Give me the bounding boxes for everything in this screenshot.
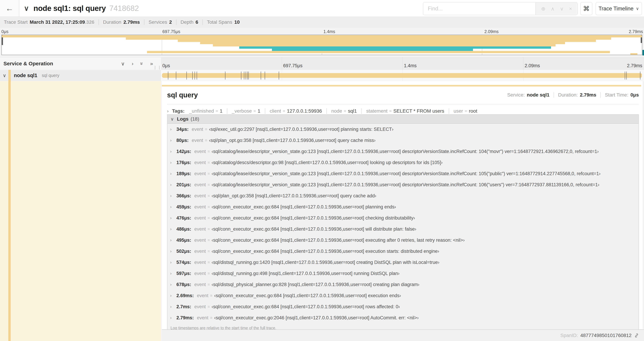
tags-accordion[interactable]: › Tags: _unfinished = 1 _verbose = 1 cli… (167, 107, 639, 115)
timeline-tick: 1.4ms (404, 63, 417, 69)
minimap-span-bar (178, 40, 596, 42)
equals-sign: = (344, 109, 346, 114)
clear-search-icon[interactable]: × (569, 6, 572, 12)
minimap-span-bar (213, 44, 555, 47)
summary-item: Duration 2.79ms (98, 20, 140, 25)
minimap-span-bar (200, 42, 565, 44)
spanid-label: SpanID: (560, 333, 578, 338)
tag-item: client = 127.0.0.1:59936 (265, 108, 322, 114)
trace-collapse-chevron-icon[interactable]: ∨ (24, 4, 29, 12)
detail-info-value: 0μs (630, 92, 639, 98)
equals-sign: = (208, 182, 210, 187)
log-field-value: ‹sql/plan_opt.go:358 [nsql1,client=127.0… (209, 138, 376, 143)
log-event-mark (241, 72, 241, 80)
equals-sign: = (208, 249, 210, 254)
log-entry[interactable]: › 2.7ms: event = ‹sql/conn_executor_exec… (168, 301, 638, 312)
log-field-key: event (192, 138, 203, 143)
span-detail-accent-bar (162, 85, 641, 87)
span-row-name-cell[interactable]: ∨ node sql1 sql query (0, 70, 161, 81)
scrollbar-thumb[interactable] (642, 50, 644, 56)
log-entry[interactable]: › 459μs: event = ‹sql/conn_executor_exec… (168, 201, 638, 212)
find-input[interactable] (423, 3, 536, 15)
detail-info-value: node sql1 (527, 92, 550, 98)
minimap-tick: 0μs (2, 29, 8, 34)
log-timestamp: 176μs: (176, 160, 191, 165)
back-button[interactable]: ← (0, 0, 20, 17)
log-event-mark (261, 72, 261, 80)
log-entry[interactable]: › 176μs: event = ‹sql/catalog/descs/desc… (168, 157, 638, 168)
equals-sign: = (205, 127, 207, 132)
log-entry[interactable]: › 476μs: event = ‹sql/conn_executor_exec… (168, 212, 638, 223)
trace-view-selector[interactable]: Trace Timeline ∨ (596, 2, 642, 15)
log-timestamp: 2.69ms: (176, 293, 194, 298)
collapse-one-icon[interactable]: ∨ (121, 61, 125, 67)
span-collapse-chevron-icon[interactable]: ∨ (3, 73, 9, 78)
log-event-mark (194, 72, 195, 80)
log-field-value: ‹sql/conn_executor_exec.go:684 [nsql1,cl… (212, 215, 415, 221)
log-event-mark (248, 72, 249, 80)
logs-accordion: ∨ Logs (18) › 34μs: event = ‹sql/exec_ut… (167, 114, 639, 333)
log-field-key: event (194, 226, 206, 232)
log-entry[interactable]: › 597μs: event = ‹sql/distsql_running.go… (168, 268, 638, 279)
keyboard-shortcuts-button[interactable]: ⌘ (580, 2, 592, 15)
expand-one-icon[interactable]: › (132, 61, 134, 67)
log-field-value: ‹sql/conn_executor_exec.go:684 [nsql1,cl… (212, 226, 416, 232)
log-field-key: event (194, 182, 206, 187)
chevron-right-icon: › (170, 160, 176, 165)
expand-all-icon[interactable]: » (150, 61, 153, 67)
log-field-value: ‹sql/conn_executor_exec.go:684 [nsql1,cl… (212, 249, 439, 254)
log-timestamp: 502μs: (176, 249, 191, 254)
log-entry[interactable]: › 80μs: event = ‹sql/plan_opt.go:358 [ns… (168, 135, 638, 146)
span-row: ∨ node sql1 sql query (0, 70, 644, 81)
equals-sign: = (205, 138, 207, 143)
view-label: Trace Timeline (598, 6, 634, 12)
summary-item: Depth 6 (176, 20, 198, 25)
log-field-value: ‹sql/catalog/lease/descriptor_version_st… (212, 149, 599, 154)
logs-header[interactable]: ∨ Logs (18) (168, 115, 638, 124)
collapse-all-icon[interactable]: » (139, 62, 145, 65)
log-event-mark (625, 72, 625, 80)
log-entry[interactable]: › 678μs: event = ‹sql/distsql_physical_p… (168, 279, 638, 290)
trace-minimap[interactable] (2, 35, 642, 55)
log-timestamp: 142μs: (176, 149, 191, 154)
span-row-timeline-cell[interactable] (161, 70, 644, 81)
log-entry[interactable]: › 142μs: event = ‹sql/catalog/lease/desc… (168, 146, 638, 157)
column-resize-handle[interactable] (155, 66, 160, 70)
spanid-value: 4877749850101760812 (580, 333, 632, 338)
timeline-tick: 0μs (162, 63, 170, 69)
log-field-value: ‹sql/catalog/descs/descriptor.go:98 [nsq… (212, 160, 442, 165)
log-entry[interactable]: › 574μs: event = ‹sql/distsql_running.go… (168, 257, 638, 268)
log-marks-area (162, 70, 642, 81)
log-timestamp: 486μs: (176, 226, 191, 232)
back-arrow-icon: ← (6, 4, 14, 13)
trace-title-group: ∨ node sql1: sql query 7418682 (24, 0, 139, 17)
chevron-right-icon: › (170, 282, 176, 287)
link-icon[interactable] (634, 333, 639, 338)
focus-target-icon[interactable]: ⊕ (541, 6, 546, 12)
log-entry[interactable]: › 34μs: event = ‹sql/exec_util.go:2297 [… (168, 124, 638, 135)
log-entry[interactable]: › 486μs: event = ‹sql/conn_executor_exec… (168, 223, 638, 235)
log-entry[interactable]: › 502μs: event = ‹sql/conn_executor_exec… (168, 246, 638, 257)
log-entry[interactable]: › 2.69ms: event = ‹sql/conn_executor_exe… (168, 290, 638, 301)
log-entry[interactable]: › 366μs: event = ‹sql/plan_opt.go:358 [n… (168, 190, 638, 201)
next-result-icon[interactable]: ∨ (560, 6, 564, 12)
log-field-key: event (194, 271, 206, 276)
span-color-stripe (8, 81, 11, 341)
equals-sign: = (208, 304, 210, 309)
log-timestamp: 366μs: (176, 193, 191, 199)
log-entry[interactable]: › 495μs: event = ‹sql/conn_executor_exec… (168, 235, 638, 246)
log-entry[interactable]: › 2.79ms: event = ‹sql/conn_executor_exe… (168, 312, 638, 323)
summary-item: Services 2 (144, 20, 172, 25)
log-entry[interactable]: › 189μs: event = ‹sql/catalog/lease/desc… (168, 168, 638, 179)
chevron-right-icon: › (170, 271, 176, 276)
prev-result-icon[interactable]: ∧ (551, 6, 554, 12)
chevron-right-icon: › (170, 260, 176, 265)
equals-sign: = (389, 109, 392, 114)
chevron-right-icon: › (170, 138, 176, 143)
log-entry[interactable]: › 201μs: event = ‹sql/catalog/lease/desc… (168, 179, 638, 190)
span-detail-panel: sql query Service: node sql1 Duration: 2… (162, 81, 642, 329)
trace-summary-bar: Trace Start March 31 2022, 17:25:09 .326… (0, 17, 644, 28)
chevron-right-icon: › (170, 238, 176, 243)
detail-info-value: 2.79ms (580, 92, 596, 98)
tag-item: node = sql1 (326, 108, 357, 114)
